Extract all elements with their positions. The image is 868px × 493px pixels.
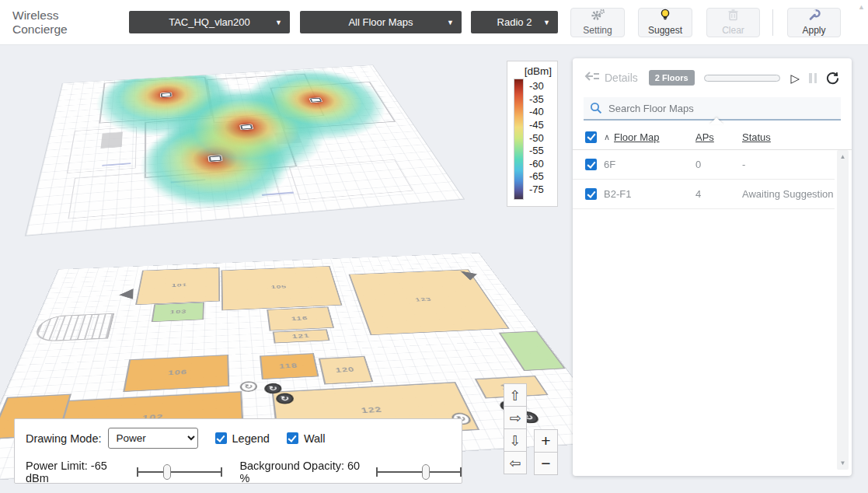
legend-tick: -35	[529, 93, 544, 105]
legend-title: [dBm]	[514, 65, 552, 77]
legend-checkbox-group[interactable]: Legend	[215, 432, 270, 445]
gear-icon	[590, 9, 605, 24]
radio-dropdown-value: Radio 2	[497, 16, 532, 28]
room-label: 118	[279, 362, 298, 370]
clear-button[interactable]: Clear	[706, 8, 760, 37]
scrollbar-up-icon[interactable]: ▲	[837, 153, 849, 160]
wrench-icon	[807, 9, 821, 24]
legend-tick: -75	[529, 184, 544, 195]
pan-right-button[interactable]: ⇨	[504, 406, 527, 429]
radio-dropdown[interactable]: Radio 2 ▼	[471, 11, 558, 33]
panel-scrollbar[interactable]: ▲ ▼	[837, 150, 849, 470]
clear-button-label: Clear	[722, 25, 744, 36]
apply-button[interactable]: Apply	[787, 8, 841, 37]
suggest-button[interactable]: Suggest	[638, 8, 692, 37]
legend-tick: -60	[529, 158, 544, 170]
background-opacity-slider-thumb[interactable]	[422, 464, 430, 480]
page-scrollbar-up-icon[interactable]: ▲	[858, 3, 865, 11]
legend-tick: -65	[529, 170, 544, 182]
search-input[interactable]	[608, 103, 841, 114]
legend-tick: -45	[529, 119, 544, 131]
staircase	[32, 313, 114, 342]
cell-status: -	[742, 159, 745, 170]
toolbar-divider	[772, 9, 773, 36]
lightbulb-icon	[659, 9, 671, 24]
signal-legend: [dBm] -30 -35 -40 -45 -50 -55 -60 -65 -7…	[507, 61, 558, 207]
column-header-aps[interactable]: APs	[695, 131, 714, 143]
wall-checkbox[interactable]	[287, 432, 298, 444]
room-label: 101	[172, 283, 188, 288]
collapse-panel-icon[interactable]	[584, 71, 600, 85]
background-opacity-label: Background Opacity: 60 %	[239, 460, 369, 484]
pause-button[interactable]	[809, 73, 817, 83]
pan-controls: ⇧ ⇨ ⇩ ⇦	[504, 384, 527, 474]
legend-checkbox[interactable]	[215, 432, 227, 444]
sort-ascending-icon: ∧	[604, 132, 610, 142]
drawing-mode-select[interactable]: Power	[108, 428, 198, 449]
cell-floor-map: B2-F1	[604, 188, 631, 200]
cell-floor-map: 6F	[604, 159, 615, 170]
trash-icon	[727, 9, 739, 24]
refresh-button[interactable]	[826, 72, 839, 85]
network-dropdown[interactable]: TAC_HQ_vlan200 ▼	[129, 11, 290, 33]
power-limit-slider-thumb[interactable]	[163, 464, 171, 480]
table-row-b2f1[interactable]: B2-F1 4 Awaiting Suggestion	[573, 180, 835, 209]
apply-button-label: Apply	[802, 25, 825, 36]
details-panel: Details 2 Floors ▷ ∧	[573, 58, 852, 476]
floor-maps-dropdown-value: All Floor Maps	[348, 16, 413, 28]
room-label: 105	[270, 285, 287, 290]
setting-button[interactable]: Setting	[570, 8, 625, 37]
select-all-checkbox[interactable]	[585, 131, 597, 143]
legend-tick: -30	[529, 80, 544, 92]
rotate-icon: ↻	[244, 383, 253, 390]
room-label: 116	[291, 316, 309, 322]
floors-count-badge: 2 Floors	[649, 70, 695, 86]
zoom-out-button[interactable]: −	[534, 452, 558, 475]
map-canvas[interactable]: 101 105 103 116 121 123 106 102 118 120 …	[0, 45, 868, 493]
wall-checkbox-group[interactable]: Wall	[287, 432, 326, 445]
floor-maps-dropdown[interactable]: All Floor Maps ▼	[300, 11, 462, 33]
pan-up-button[interactable]: ⇧	[504, 383, 527, 407]
power-limit-slider[interactable]	[137, 463, 222, 481]
floor-plane-6f	[26, 65, 463, 236]
legend-checkbox-label: Legend	[232, 432, 270, 445]
row-checkbox[interactable]	[585, 159, 597, 170]
legend-ticks: -30 -35 -40 -45 -50 -55 -60 -65 -75	[529, 79, 544, 200]
cell-aps: 4	[695, 188, 701, 200]
chevron-down-icon: ▼	[447, 19, 454, 26]
table-row-6f[interactable]: 6F 0 -	[573, 150, 835, 180]
access-point-icon[interactable]	[161, 93, 172, 97]
pan-left-button[interactable]: ⇦	[504, 451, 527, 474]
direction-marker-icon	[119, 288, 134, 300]
rotate-icon: ↻	[268, 385, 277, 393]
floor-map-b2f1[interactable]: 101 105 103 116 121 123 106 102 118 120 …	[6, 222, 581, 440]
setting-button-label: Setting	[583, 25, 612, 36]
zoom-in-button[interactable]: +	[534, 429, 558, 453]
network-dropdown-value: TAC_HQ_vlan200	[169, 16, 250, 28]
panel-notch	[709, 117, 723, 124]
row-checkbox[interactable]	[585, 188, 597, 200]
room-label: 122	[361, 406, 384, 415]
room-label: 121	[291, 333, 310, 340]
zoom-controls: + −	[534, 430, 558, 475]
drawing-controls-panel: Drawing Mode: Power Legend Wall Power Li…	[14, 418, 462, 484]
legend-tick: -40	[529, 106, 544, 117]
room-label: 123	[414, 297, 433, 302]
scrollbar-down-icon[interactable]: ▼	[837, 460, 849, 467]
green-area	[499, 330, 566, 371]
search-icon	[590, 102, 602, 114]
details-panel-header: Details 2 Floors ▷	[573, 58, 852, 97]
room-label: 106	[168, 369, 188, 376]
rotate-icon: ↻	[280, 394, 290, 402]
cell-status: Awaiting Suggestion	[742, 188, 834, 200]
drawing-mode-label: Drawing Mode:	[26, 432, 102, 445]
pan-down-button[interactable]: ⇩	[504, 428, 527, 452]
table-header: ∧ Floor Map APs Status	[573, 124, 852, 150]
column-header-floor-map[interactable]: Floor Map	[614, 131, 660, 143]
ap-move-icon[interactable]: ↻	[239, 381, 257, 393]
play-button[interactable]: ▷	[791, 72, 800, 84]
app-title: Wireless Concierge	[12, 9, 115, 37]
room-label: 120	[335, 366, 356, 374]
column-header-status[interactable]: Status	[742, 131, 771, 143]
background-opacity-slider[interactable]	[376, 463, 462, 481]
